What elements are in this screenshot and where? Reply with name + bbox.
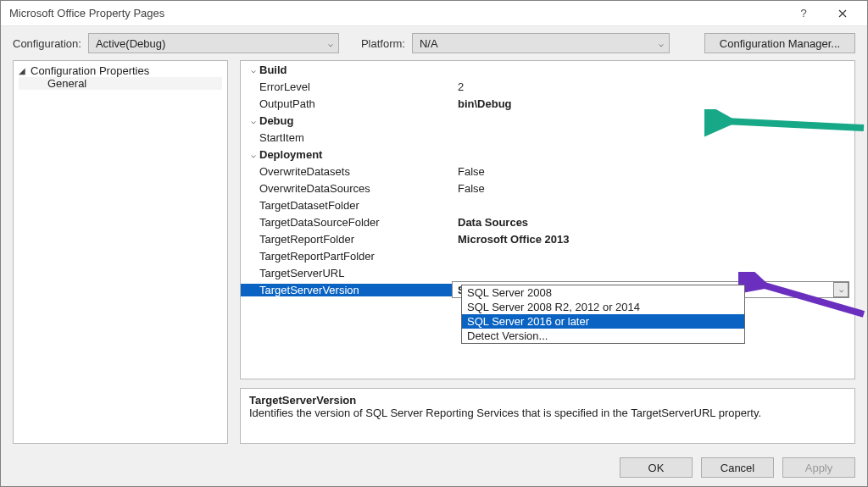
chevron-down-icon: ⌵ xyxy=(248,116,259,125)
description-header: TargetServerVersion xyxy=(249,394,846,407)
tree-node-general[interactable]: General xyxy=(19,77,222,90)
prop-targetserverurl[interactable]: TargetServerURL xyxy=(241,264,854,281)
platform-value: N/A xyxy=(420,37,438,50)
prop-targetreportpartfolder[interactable]: TargetReportPartFolder xyxy=(241,247,854,264)
platform-label: Platform: xyxy=(361,37,405,50)
chevron-down-icon: ⌵ xyxy=(833,282,849,297)
chevron-down-icon: ⌵ xyxy=(328,39,333,48)
window-title: Microsoft Office Property Pages xyxy=(9,7,784,19)
config-manager-button[interactable]: Configuration Manager... xyxy=(704,33,855,53)
ok-button[interactable]: OK xyxy=(620,457,693,478)
chevron-down-icon: ⌵ xyxy=(248,150,259,159)
help-button[interactable]: ? xyxy=(784,1,823,26)
cancel-button[interactable]: Cancel xyxy=(701,457,774,478)
prop-startitem[interactable]: StartItem xyxy=(241,129,854,146)
collapse-icon: ◢ xyxy=(19,66,29,75)
chevron-down-icon: ⌵ xyxy=(248,65,259,75)
configuration-combo[interactable]: Active(Debug) ⌵ xyxy=(88,33,339,53)
dialog-window: Microsoft Office Property Pages ? Config… xyxy=(0,0,868,487)
close-button[interactable] xyxy=(823,1,862,26)
tree-node-config-props[interactable]: ◢ Configuration Properties xyxy=(19,64,222,77)
config-toolbar: Configuration: Active(Debug) ⌵ Platform:… xyxy=(1,26,867,60)
prop-targetdatasourcefolder[interactable]: TargetDataSourceFolderData Sources xyxy=(241,213,854,230)
prop-errorlevel[interactable]: ErrorLevel2 xyxy=(241,78,854,95)
prop-overwritedatasources[interactable]: OverwriteDataSourcesFalse xyxy=(241,180,854,196)
chevron-down-icon: ⌵ xyxy=(659,39,664,48)
apply-button[interactable]: Apply xyxy=(782,457,855,478)
platform-combo[interactable]: N/A ⌵ xyxy=(412,33,670,53)
property-grid: ⌵Build ErrorLevel2 OutputPathbin\Debug ⌵… xyxy=(240,60,855,379)
category-deployment[interactable]: ⌵Deployment xyxy=(241,146,854,163)
configuration-value: Active(Debug) xyxy=(96,37,165,50)
prop-targetreportfolder[interactable]: TargetReportFolderMicrosoft Office 2013 xyxy=(241,230,854,247)
prop-overwritedatasets[interactable]: OverwriteDatasetsFalse xyxy=(241,163,854,180)
dropdown-option[interactable]: SQL Server 2008 R2, 2012 or 2014 xyxy=(462,300,744,314)
description-body: Identifies the version of SQL Server Rep… xyxy=(249,407,846,419)
category-build[interactable]: ⌵Build xyxy=(241,61,854,78)
right-panel: ⌵Build ErrorLevel2 OutputPathbin\Debug ⌵… xyxy=(240,60,855,444)
dialog-footer: OK Cancel Apply xyxy=(1,449,867,486)
prop-targetdatasetfolder[interactable]: TargetDatasetFolder xyxy=(241,196,854,213)
dropdown-option[interactable]: SQL Server 2008 xyxy=(462,285,744,300)
dropdown-option[interactable]: Detect Version... xyxy=(462,329,744,343)
dropdown-option-selected[interactable]: SQL Server 2016 or later xyxy=(462,314,744,329)
content-area: ◢ Configuration Properties General ⌵Buil… xyxy=(1,60,867,449)
prop-outputpath[interactable]: OutputPathbin\Debug xyxy=(241,95,854,112)
close-icon xyxy=(838,9,847,18)
configuration-label: Configuration: xyxy=(13,37,81,50)
targetserverversion-dropdown[interactable]: SQL Server 2008 SQL Server 2008 R2, 2012… xyxy=(461,285,745,344)
description-panel: TargetServerVersion Identifies the versi… xyxy=(240,388,855,444)
nav-tree[interactable]: ◢ Configuration Properties General xyxy=(13,60,228,444)
category-debug[interactable]: ⌵Debug xyxy=(241,112,854,129)
titlebar: Microsoft Office Property Pages ? xyxy=(1,1,867,26)
